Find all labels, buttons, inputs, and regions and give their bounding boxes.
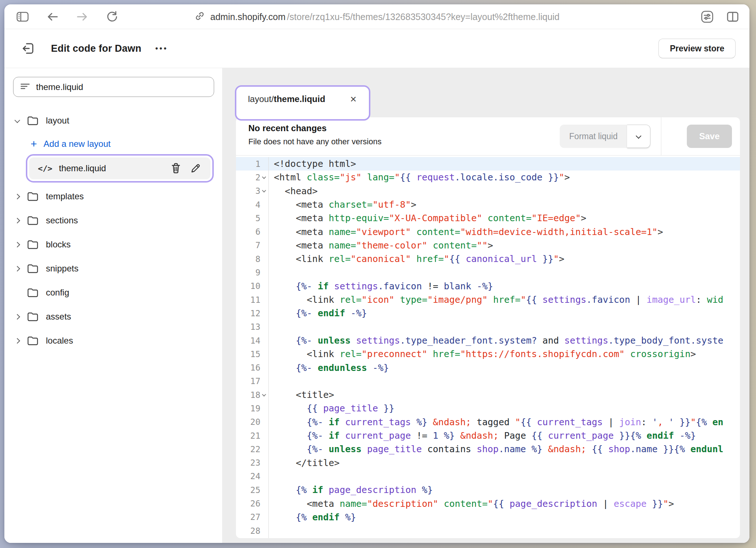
code-line-18[interactable]: 18 <title> xyxy=(236,388,740,402)
url-host: admin.shopify.com xyxy=(210,12,286,22)
split-view-icon[interactable] xyxy=(725,9,740,24)
code-line-26[interactable]: 26 <meta name="description" content="{{ … xyxy=(236,497,740,510)
chevron-right-icon[interactable] xyxy=(13,219,25,223)
line-number: 20 xyxy=(250,417,260,427)
chevron-right-icon[interactable] xyxy=(13,243,25,247)
code-line-11[interactable]: 11 <link rel="icon" type="image/png" hre… xyxy=(236,293,740,306)
sidebar-item-sections[interactable]: sections xyxy=(13,211,214,230)
code-line-10[interactable]: 10 {%- if settings.favicon != blank -%} xyxy=(236,279,740,293)
code-line-16[interactable]: 16 {%- endunless -%} xyxy=(236,361,740,374)
save-button[interactable]: Save xyxy=(687,125,732,148)
file-search-input[interactable]: theme.liquid xyxy=(13,77,214,97)
code-line-20[interactable]: 20 {%- if current_tags %} &ndash; tagged… xyxy=(236,415,740,429)
folder-icon xyxy=(25,287,40,298)
editor-header: No recent changes File does not have any… xyxy=(236,117,740,156)
code-line-7[interactable]: 7 <meta name="theme-color" content=""> xyxy=(236,239,740,252)
code-text: {%- if current_tags %} &ndash; tagged "{… xyxy=(269,417,723,427)
delete-file-icon[interactable] xyxy=(170,162,182,175)
code-line-22[interactable]: 22 {%- unless page_title contains shop.n… xyxy=(236,442,740,456)
chevron-right-icon[interactable] xyxy=(13,315,25,319)
forward-icon[interactable] xyxy=(75,9,90,24)
file-tree: layout+Add a new layout</>theme.liquidte… xyxy=(13,111,214,350)
address-bar[interactable]: admin.shopify.com/store/rzq1xu-f5/themes… xyxy=(194,4,560,29)
code-line-23[interactable]: 23 </title> xyxy=(236,456,740,470)
reload-icon[interactable] xyxy=(105,9,119,24)
code-line-17[interactable]: 17 xyxy=(236,375,740,388)
folder-label: locales xyxy=(46,336,73,346)
code-line-27[interactable]: 27 {% endif %} xyxy=(236,510,740,524)
code-line-14[interactable]: 14 {%- unless settings.type_header_font.… xyxy=(236,334,740,347)
code-text: </title> xyxy=(269,458,340,468)
code-line-1[interactable]: 1<!doctype html> xyxy=(236,157,740,171)
line-number: 8 xyxy=(255,254,260,264)
fold-chevron-icon[interactable] xyxy=(263,188,268,193)
line-number: 19 xyxy=(250,404,260,413)
sidebar-item-layout[interactable]: layout xyxy=(13,111,214,130)
changes-title: No recent changes xyxy=(248,123,740,133)
gutter: 17 xyxy=(236,375,269,388)
code-line-5[interactable]: 5 <meta http-equiv="X-UA-Compatible" con… xyxy=(236,211,740,225)
sidebar-toggle-icon[interactable] xyxy=(15,9,30,24)
code-text: {% if page_description %} xyxy=(269,485,433,495)
preview-store-button[interactable]: Preview store xyxy=(658,39,736,58)
gutter: 21 xyxy=(236,429,269,442)
gutter: 19 xyxy=(236,402,269,415)
sidebar-item-assets[interactable]: assets xyxy=(13,308,214,326)
code-line-4[interactable]: 4 <meta charset="utf-8"> xyxy=(236,198,740,211)
page-settings-icon[interactable] xyxy=(700,9,714,24)
folder-label: assets xyxy=(46,312,71,322)
code-line-15[interactable]: 15 <link rel="preconnect" href="https://… xyxy=(236,347,740,361)
folder-label: blocks xyxy=(46,239,71,250)
code-editor[interactable]: 1<!doctype html>2<html class="js" lang="… xyxy=(236,156,740,538)
sidebar-item-templates[interactable]: templates xyxy=(13,187,214,206)
format-liquid-button[interactable]: Format liquid xyxy=(560,125,627,148)
tab-theme-liquid[interactable]: layout/theme.liquid × xyxy=(240,90,365,105)
gutter: 7 xyxy=(236,239,269,252)
sidebar-item-snippets[interactable]: snippets xyxy=(13,259,214,278)
code-line-21[interactable]: 21 {%- if current_page != 1 %} &ndash; P… xyxy=(236,429,740,442)
fold-chevron-icon[interactable] xyxy=(263,392,268,398)
chevron-right-icon[interactable] xyxy=(13,195,25,199)
code-line-12[interactable]: 12 {%- endif -%} xyxy=(236,306,740,320)
add-new-layout-link[interactable]: +Add a new layout xyxy=(13,136,214,152)
code-text: {%- if current_page != 1 %} &ndash; Page… xyxy=(269,430,696,441)
code-file-icon: </> xyxy=(38,164,52,173)
gutter: 26 xyxy=(236,497,269,510)
code-text: {%- unless settings.type_header_font.sys… xyxy=(269,335,723,346)
code-line-25[interactable]: 25 {% if page_description %} xyxy=(236,483,740,497)
code-line-6[interactable]: 6 <meta name="viewport" content="width=d… xyxy=(236,225,740,238)
selected-file-highlight: </>theme.liquid xyxy=(29,157,210,179)
gutter: 10 xyxy=(236,279,269,293)
folder-label: config xyxy=(46,287,69,298)
code-line-9[interactable]: 9 xyxy=(236,266,740,279)
chevron-right-icon[interactable] xyxy=(13,267,25,271)
sidebar-item-config[interactable]: config xyxy=(13,283,214,302)
code-line-2[interactable]: 2<html class="js" lang="{{ request.local… xyxy=(236,171,740,184)
line-number: 21 xyxy=(250,431,260,441)
browser-window: admin.shopify.com/store/rzq1xu-f5/themes… xyxy=(4,4,749,543)
line-number: 24 xyxy=(250,471,260,481)
sidebar-item-blocks[interactable]: blocks xyxy=(13,235,214,254)
sidebar-item-locales[interactable]: locales xyxy=(13,332,214,350)
chevron-right-icon[interactable] xyxy=(13,339,25,343)
code-text: <link rel="preconnect" href="https://fon… xyxy=(269,349,696,359)
code-line-3[interactable]: 3 <head> xyxy=(236,184,740,198)
sidebar-file-theme-liquid[interactable]: </>theme.liquid xyxy=(29,157,210,179)
link-icon xyxy=(194,11,205,23)
more-options-icon[interactable]: ••• xyxy=(155,44,168,53)
rename-file-icon[interactable] xyxy=(189,162,202,175)
code-line-28[interactable]: 28 xyxy=(236,524,740,537)
code-line-24[interactable]: 24 xyxy=(236,470,740,483)
gutter: 28 xyxy=(236,524,269,537)
code-line-29[interactable]: 29 {% render 'meta-tags' %} xyxy=(236,537,740,538)
back-icon[interactable] xyxy=(45,9,60,24)
exit-icon[interactable] xyxy=(20,40,36,56)
tab-file-name: theme.liquid xyxy=(274,94,325,104)
fold-chevron-icon[interactable] xyxy=(263,175,268,180)
code-line-19[interactable]: 19 {{ page_title }} xyxy=(236,402,740,415)
code-line-8[interactable]: 8 <link rel="canonical" href="{{ canonic… xyxy=(236,252,740,266)
tab-close-icon[interactable]: × xyxy=(348,94,359,105)
chevron-down-icon[interactable] xyxy=(13,119,25,123)
format-dropdown-button[interactable] xyxy=(627,125,650,148)
code-line-13[interactable]: 13 xyxy=(236,320,740,334)
